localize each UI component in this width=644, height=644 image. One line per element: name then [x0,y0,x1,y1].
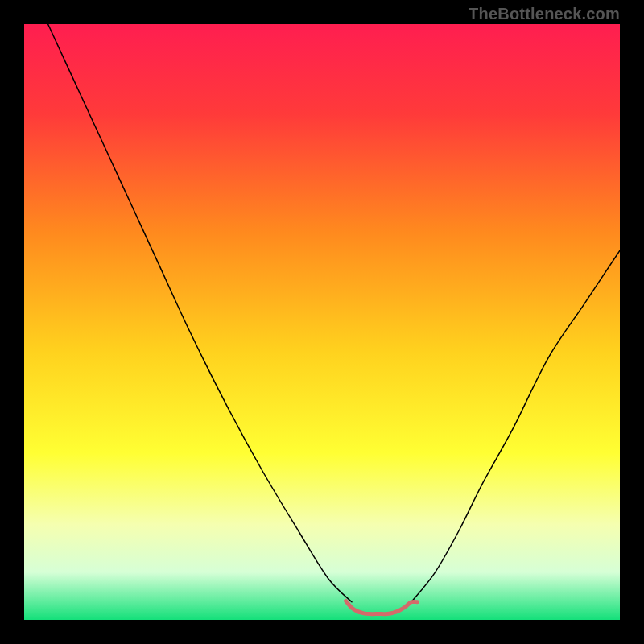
chart-svg [24,24,620,620]
chart-frame: TheBottleneck.com [0,0,644,644]
gradient-background [24,24,620,620]
plot-area [24,24,620,620]
watermark-text: TheBottleneck.com [469,5,620,23]
